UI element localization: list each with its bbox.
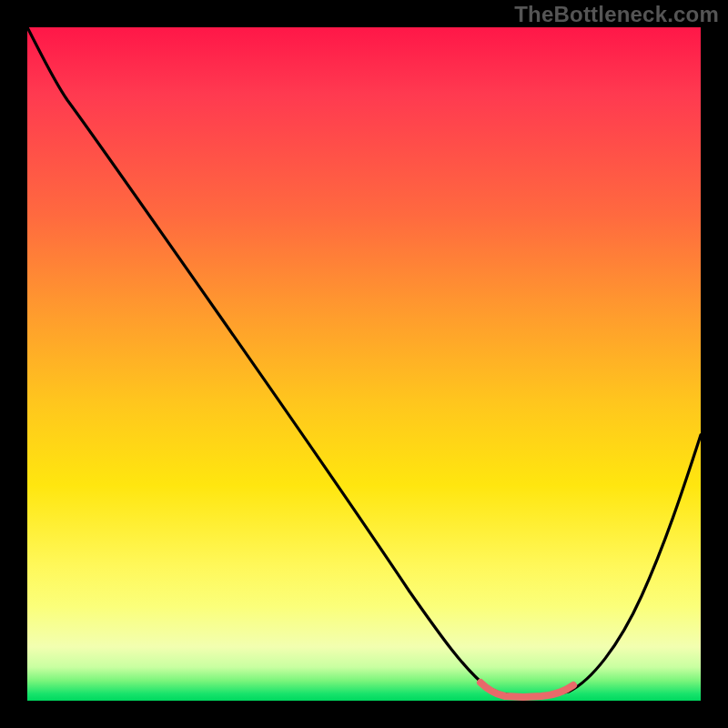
bottleneck-curve <box>27 27 701 696</box>
highlight-segment <box>480 682 573 697</box>
chart-svg <box>27 27 701 701</box>
watermark-text: TheBottleneck.com <box>514 2 719 27</box>
chart-container: TheBottleneck.com <box>0 0 728 728</box>
plot-area <box>27 27 701 701</box>
